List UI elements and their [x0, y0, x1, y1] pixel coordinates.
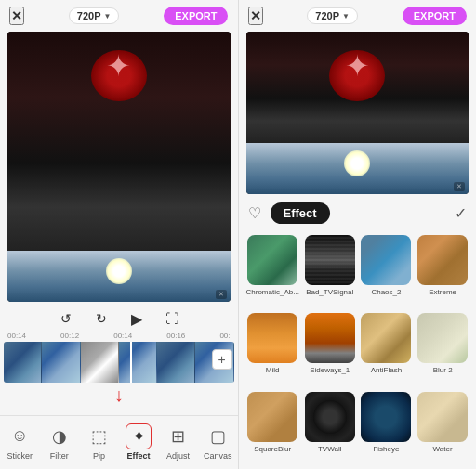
right-resolution-button[interactable]: 720P ▼	[307, 7, 358, 24]
left-resolution-button[interactable]: 720P ▼	[69, 7, 120, 24]
effect-squareblur[interactable]: SquareBlur	[246, 392, 299, 465]
pip-label: Pip	[93, 451, 105, 461]
effect-chaos-2[interactable]: Chaos_2	[361, 235, 413, 308]
nav-item-effect[interactable]: ✦ Effect	[119, 423, 159, 461]
left-top-bar: ✕ 720P ▼ EXPORT	[0, 0, 238, 32]
effect-water[interactable]: Water	[416, 392, 469, 465]
pip-icon: ⬚	[86, 423, 112, 449]
play-button[interactable]: ▶	[126, 307, 148, 330]
nav-item-sticker[interactable]: ☺ Sticker	[0, 423, 40, 461]
effect-sideways-1[interactable]: Sideways_1	[304, 313, 356, 386]
effects-grid: Chromatic_Ab... Bad_TVSignal Chaos_2 Ext…	[239, 231, 477, 469]
effect-label-extreme: Extreme	[429, 288, 456, 296]
left-video-inner: ✦ ✕	[7, 32, 231, 302]
right-bottom-section: ♡ Effect ✓ Chromatic_Ab... Bad_TVSignal …	[239, 194, 477, 469]
right-light-glow	[344, 150, 370, 176]
nav-item-canvas[interactable]: ▢ Canvas	[198, 423, 238, 461]
effect-thumb-mild	[247, 313, 298, 363]
effect-thumb-extreme	[417, 235, 468, 285]
redo-button[interactable]: ↻	[90, 307, 112, 330]
effect-label-mild: Mild	[266, 366, 280, 374]
effect-thumb-chromatic	[247, 235, 298, 285]
left-video-preview: ✦ ✕	[7, 32, 231, 302]
right-close-button[interactable]: ✕	[248, 7, 263, 25]
right-star-icon: ✦	[345, 48, 370, 84]
timeline-timestamps: 00:14 00:12 00:14 00:16 00:	[4, 332, 234, 340]
fullscreen-button[interactable]: ⛶	[161, 307, 183, 330]
effect-label-fisheye: Fisheye	[373, 445, 399, 453]
left-resolution-arrow: ▼	[104, 12, 112, 20]
film-frame-1	[4, 342, 42, 383]
effect-thumb-tvwall	[305, 392, 355, 442]
effect-thumb-water	[417, 392, 468, 442]
left-close-button[interactable]: ✕	[9, 7, 24, 25]
effect-title-pill: Effect	[271, 202, 330, 224]
right-video-top-clip: ✦	[246, 32, 469, 143]
effect-label: Effect	[127, 451, 151, 461]
arrow-annotation: ↓	[114, 384, 124, 406]
effect-thumb-chaos	[361, 235, 411, 285]
effect-thumb-sideways	[305, 313, 355, 363]
right-video-inner: ✦ ✕	[246, 32, 469, 194]
sticker-label: Sticker	[7, 451, 33, 461]
ts-5: 00:	[219, 332, 230, 340]
timeline-wrapper: 00:14 00:12 00:14 00:16 00: + ↓	[0, 332, 238, 415]
right-panel: ✕ 720P ▼ EXPORT ✦ ✕ ♡ Effect ✓	[239, 0, 477, 469]
effect-chromatic-ab[interactable]: Chromatic_Ab...	[246, 235, 299, 308]
ts-2: 00:12	[60, 332, 79, 340]
nav-item-pip[interactable]: ⬚ Pip	[79, 423, 119, 461]
ts-3: 00:14	[113, 332, 132, 340]
effect-label-tvwall: TVWall	[318, 445, 341, 453]
timeline-area: 00:14 00:12 00:14 00:16 00: +	[0, 332, 238, 387]
effect-extreme[interactable]: Extreme	[416, 235, 469, 308]
timeline-strip[interactable]	[4, 342, 234, 383]
right-watermark: ✕	[454, 182, 465, 191]
effect-thumb-antiflash	[361, 313, 411, 363]
effect-label-blur: Blur 2	[433, 366, 453, 374]
watermark: ✕	[216, 290, 227, 299]
effect-thumb-bad-tv	[305, 235, 355, 285]
effect-antiflash[interactable]: AntiFlash	[361, 313, 413, 386]
right-export-button[interactable]: EXPORT	[403, 7, 467, 25]
effect-label-squareblur: SquareBlur	[254, 445, 291, 453]
effect-label-chaos: Chaos_2	[371, 288, 401, 296]
effect-blur-2[interactable]: Blur 2	[416, 313, 469, 386]
effect-thumb-fisheye	[361, 392, 411, 442]
effect-icon: ✦	[126, 423, 152, 449]
nav-item-filter[interactable]: ◑ Filter	[40, 423, 80, 461]
film-frame-2	[42, 342, 80, 383]
film-frame-5	[157, 342, 195, 383]
confirm-checkmark[interactable]: ✓	[455, 204, 467, 222]
left-bottom-nav: ☺ Sticker ◑ Filter ⬚ Pip ✦ Effect ⊞ Adju…	[0, 415, 238, 469]
left-export-button[interactable]: EXPORT	[164, 7, 228, 25]
adjust-label: Adjust	[166, 451, 190, 461]
effect-mild[interactable]: Mild	[246, 313, 299, 386]
effect-label-water: Water	[433, 445, 453, 453]
canvas-icon: ▢	[205, 423, 231, 449]
right-video-bottom-clip: ✕	[246, 143, 469, 194]
undo-button[interactable]: ↺	[55, 307, 77, 330]
right-top-bar: ✕ 720P ▼ EXPORT	[239, 0, 477, 32]
effect-bad-tv-signal[interactable]: Bad_TVSignal	[304, 235, 356, 308]
heart-icon[interactable]: ♡	[248, 204, 261, 222]
star-icon: ✦	[106, 48, 131, 84]
filter-icon: ◑	[46, 423, 73, 449]
add-clip-button[interactable]: +	[212, 349, 232, 370]
playhead	[130, 342, 132, 383]
adjust-icon: ⊞	[165, 423, 192, 449]
left-video-top-clip: ✦	[7, 32, 231, 251]
left-video-bottom-clip: ✕	[7, 251, 231, 302]
effect-label-sideways: Sideways_1	[310, 366, 350, 374]
nav-item-adjust[interactable]: ⊞ Adjust	[158, 423, 198, 461]
left-resolution-label: 720P	[77, 10, 101, 21]
canvas-label: Canvas	[204, 451, 232, 461]
effect-label-chromatic: Chromatic_Ab...	[246, 288, 299, 296]
effect-fisheye[interactable]: Fisheye	[361, 392, 413, 465]
sticker-icon: ☺	[7, 423, 33, 449]
effect-thumb-squareblur	[247, 392, 298, 442]
ts-1: 00:14	[7, 332, 26, 340]
ts-4: 00:16	[166, 332, 185, 340]
effect-header: ♡ Effect ✓	[239, 194, 477, 231]
effect-tvwall[interactable]: TVWall	[304, 392, 356, 465]
filter-label: Filter	[50, 451, 69, 461]
